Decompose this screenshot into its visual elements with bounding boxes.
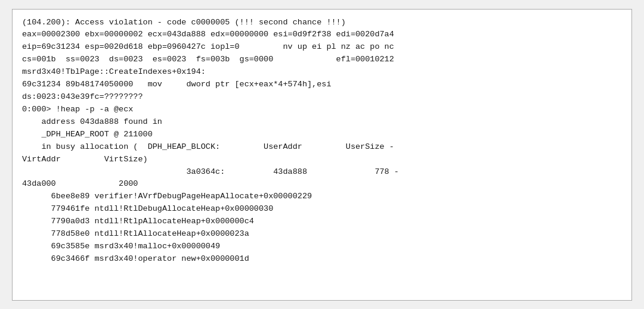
terminal-container: (104.200): Access violation - code c0000… <box>12 9 632 301</box>
terminal-output: (104.200): Access violation - code c0000… <box>22 17 622 266</box>
